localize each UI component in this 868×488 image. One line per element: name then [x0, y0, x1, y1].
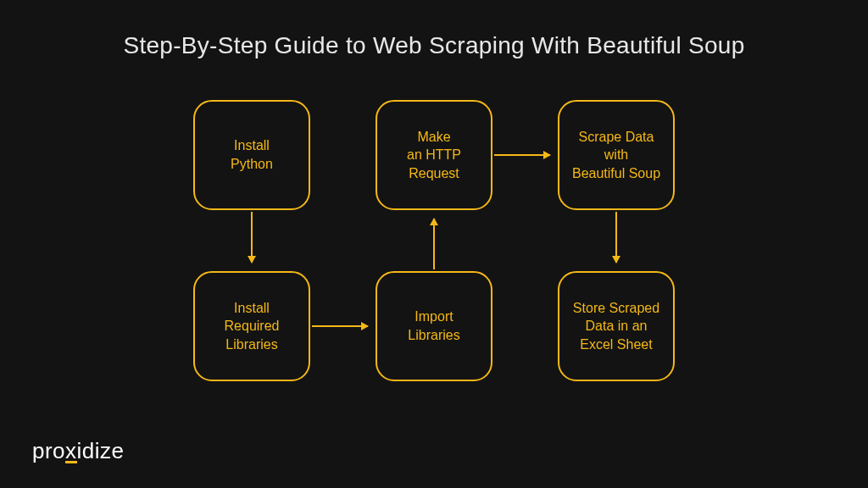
- box-label: InstallPython: [231, 136, 273, 173]
- flow-diagram: InstallPython Makean HTTPRequest Scrape …: [0, 93, 868, 449]
- box-scrape-data: Scrape DatawithBeautiful Soup: [558, 100, 675, 210]
- arrow-step5-to-step6: [615, 212, 617, 263]
- box-label: Makean HTTPRequest: [407, 128, 461, 183]
- logo-proxidize: proxidize: [32, 438, 125, 464]
- box-store-data: Store ScrapedData in anExcel Sheet: [558, 271, 675, 381]
- box-install-python: InstallPython: [193, 100, 310, 210]
- box-import-libraries: ImportLibraries: [376, 271, 492, 381]
- arrow-step2-to-step3: [312, 325, 368, 327]
- logo-post: idize: [77, 438, 125, 463]
- box-label: ImportLibraries: [408, 308, 459, 344]
- arrow-step4-to-step5: [494, 154, 550, 156]
- logo-x: x: [65, 441, 77, 463]
- box-install-libraries: InstallRequiredLibraries: [193, 271, 310, 381]
- arrow-step3-to-step4: [433, 219, 435, 269]
- box-label: Store ScrapedData in anExcel Sheet: [573, 299, 659, 354]
- box-http-request: Makean HTTPRequest: [376, 100, 492, 210]
- page-title: Step-By-Step Guide to Web Scraping With …: [0, 0, 868, 59]
- box-label: Scrape DatawithBeautiful Soup: [572, 128, 660, 183]
- logo-pre: pro: [32, 438, 65, 463]
- box-label: InstallRequiredLibraries: [225, 299, 280, 354]
- arrow-step1-to-step2: [251, 212, 253, 263]
